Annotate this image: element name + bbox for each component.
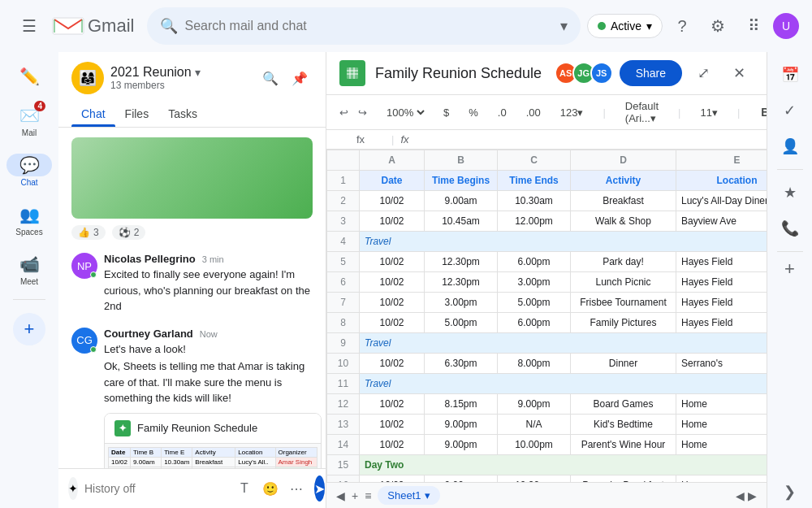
begins-cell[interactable]: 5.00pm — [425, 313, 498, 333]
location-cell[interactable]: Hayes Field — [676, 313, 767, 333]
activity-cell[interactable]: Walk & Shop — [571, 211, 676, 232]
ends-cell[interactable]: 5.00pm — [498, 293, 571, 313]
activity-cell[interactable]: Lunch Picnic — [571, 272, 676, 293]
ends-cell[interactable]: 12.00pm — [498, 211, 571, 232]
tab-tasks[interactable]: Tasks — [158, 101, 207, 127]
col-header-e[interactable]: E — [676, 150, 767, 171]
sheet-card[interactable]: ✦ Family Reunion Schedule DateTime BTime… — [104, 413, 322, 469]
location-cell[interactable]: Hayes Field — [676, 293, 767, 313]
rs-add-button[interactable]: + — [784, 258, 795, 280]
activity-cell[interactable]: Park day! — [571, 252, 676, 272]
ends-cell[interactable]: 6.00pm — [498, 252, 571, 272]
more-options-button[interactable]: ⋯ — [285, 477, 308, 500]
activity-cell[interactable]: Dinner — [571, 354, 676, 374]
location-cell[interactable]: Home — [676, 415, 767, 435]
share-button[interactable]: Share — [620, 60, 682, 86]
apps-button[interactable]: ⠿ — [737, 10, 770, 42]
percent-button[interactable]: % — [465, 105, 482, 120]
search-input[interactable] — [184, 19, 553, 33]
col-header-c[interactable]: C — [498, 150, 571, 171]
sidebar-add-button[interactable]: + — [13, 313, 45, 345]
open-new-window-button[interactable]: ⤢ — [689, 59, 718, 88]
ends-cell[interactable]: 10.30am — [498, 475, 571, 483]
activity-cell[interactable]: Pancake Breakfast — [571, 475, 676, 483]
emoji-button[interactable]: 🙂 — [259, 477, 282, 500]
day-two-cell[interactable]: Day Two — [360, 455, 767, 475]
sidebar-item-spaces[interactable]: 👥 Spaces — [0, 197, 58, 243]
rs-calendar-button[interactable]: 📅 — [774, 59, 806, 91]
reaction-thumbs[interactable]: 👍 3 — [71, 225, 106, 240]
begins-cell[interactable]: 9.00pm — [425, 415, 498, 435]
add-sheet-button[interactable]: + — [352, 489, 358, 502]
search-dropdown-icon[interactable]: ▾ — [560, 17, 568, 35]
date-cell[interactable]: 10/02 — [360, 313, 425, 333]
decimal00-button[interactable]: .00 — [523, 105, 544, 120]
rs-contacts-button[interactable]: 👤 — [774, 130, 806, 163]
scroll-left-button[interactable]: ◀ — [336, 489, 345, 502]
begins-cell[interactable]: 3.00pm — [425, 293, 498, 313]
cell-1c[interactable]: Time Ends — [498, 171, 571, 191]
ends-cell[interactable]: 10.00pm — [498, 435, 571, 455]
location-cell[interactable]: Home — [676, 435, 767, 455]
location-cell[interactable]: Serrano's — [676, 354, 767, 374]
sheet-tab-1[interactable]: Sheet1 ▾ — [378, 486, 439, 505]
travel-row-cell[interactable]: Travel — [360, 333, 767, 354]
font-family-select[interactable]: Default (Ari...▾ — [622, 98, 662, 126]
travel-row-cell[interactable]: Travel — [360, 374, 767, 394]
sheet-menu-button[interactable]: ≡ — [365, 489, 371, 502]
activity-cell[interactable]: Breakfast — [571, 191, 676, 211]
activity-cell[interactable]: Parent's Wine Hour — [571, 435, 676, 455]
user-avatar[interactable]: U — [773, 13, 799, 39]
location-cell[interactable]: Home — [676, 394, 767, 415]
cell-1b[interactable]: Time Begins — [425, 171, 498, 191]
sidebar-item-compose[interactable]: ✏️ — [0, 59, 58, 94]
date-cell[interactable]: 10/02 — [360, 211, 425, 232]
date-cell[interactable]: 10/03 — [360, 475, 425, 483]
begins-cell[interactable]: 10.45am — [425, 211, 498, 232]
location-cell[interactable]: Hayes Field — [676, 252, 767, 272]
col-header-d[interactable]: D — [571, 150, 676, 171]
decimal0-button[interactable]: .0 — [495, 105, 510, 120]
ai-assist-button[interactable]: ✦ — [68, 477, 78, 500]
scroll-next-button[interactable]: ▶ — [748, 489, 757, 502]
ends-cell[interactable]: 10.30am — [498, 191, 571, 211]
begins-cell[interactable]: 9.00pm — [425, 435, 498, 455]
location-cell[interactable]: Lucy's All-Day Diner — [676, 191, 767, 211]
location-cell[interactable]: Bayview Ave — [676, 211, 767, 232]
sidebar-item-mail[interactable]: ✉️ 4 Mail — [0, 98, 58, 144]
cell-1a[interactable]: Date — [360, 171, 425, 191]
search-chat-button[interactable]: 🔍 — [257, 65, 283, 91]
currency-button[interactable]: $ — [440, 105, 452, 120]
ends-cell[interactable]: 3.00pm — [498, 272, 571, 293]
rs-tasks-button[interactable]: ✓ — [774, 94, 806, 127]
location-cell[interactable]: Home — [676, 475, 767, 483]
date-cell[interactable]: 10/02 — [360, 394, 425, 415]
activity-cell[interactable]: Board Games — [571, 394, 676, 415]
redo-button[interactable]: ↪ — [355, 105, 370, 120]
date-cell[interactable]: 10/02 — [360, 293, 425, 313]
begins-cell[interactable]: 6.30pm — [425, 354, 498, 374]
date-cell[interactable]: 10/02 — [360, 415, 425, 435]
ends-cell[interactable]: 6.00pm — [498, 313, 571, 333]
zoom-select[interactable]: 100% 75% 125% — [383, 106, 427, 119]
format-text-button[interactable]: T — [233, 477, 256, 500]
begins-cell[interactable]: 8.15pm — [425, 394, 498, 415]
activity-cell[interactable]: Family Pictures — [571, 313, 676, 333]
format-123-button[interactable]: 123▾ — [557, 105, 587, 120]
activity-cell[interactable]: Frisbee Tournament — [571, 293, 676, 313]
active-status-badge[interactable]: Active ▾ — [587, 14, 663, 38]
date-cell[interactable]: 10/02 — [360, 272, 425, 293]
chat-input[interactable] — [84, 482, 227, 495]
close-sheet-button[interactable]: ✕ — [724, 59, 754, 88]
travel-row-cell[interactable]: Travel — [360, 232, 767, 252]
scroll-prev-button[interactable]: ◀ — [736, 489, 745, 502]
tab-chat[interactable]: Chat — [71, 101, 115, 127]
col-header-b[interactable]: B — [425, 150, 498, 171]
begins-cell[interactable]: 9.00am — [425, 475, 498, 483]
ends-cell[interactable]: 8.00pm — [498, 354, 571, 374]
cell-1e[interactable]: Location — [676, 171, 767, 191]
rs-chevron-button[interactable]: ❯ — [774, 475, 806, 508]
date-cell[interactable]: 10/02 — [360, 252, 425, 272]
date-cell[interactable]: 10/02 — [360, 435, 425, 455]
bold-button[interactable]: B — [756, 104, 767, 120]
